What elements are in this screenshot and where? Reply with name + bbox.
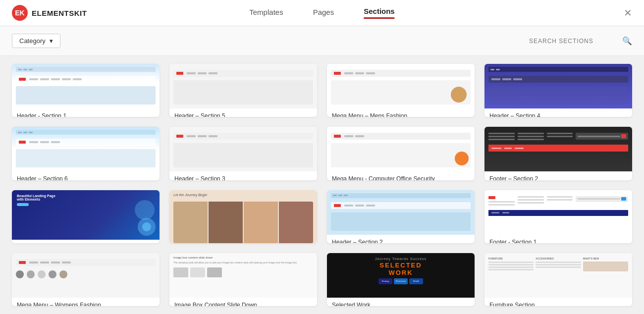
card-call-to-action-19[interactable]: Beautiful Landing Pagewith Elements Call… xyxy=(12,190,160,243)
card-label: Footer - Section 1 xyxy=(484,235,632,243)
card-label: Mega Menu – Womens Fashion xyxy=(12,298,160,306)
search-input[interactable] xyxy=(529,38,618,45)
card-header-section-6[interactable]: Header – Section 6 xyxy=(12,127,160,180)
category-label: Category xyxy=(19,37,46,45)
tab-sections[interactable]: Sections xyxy=(364,7,395,19)
category-dropdown[interactable]: Category ▾ xyxy=(12,34,60,48)
card-label: Image Box Content Slide Down xyxy=(169,298,317,306)
card-furniture-section[interactable]: FURNITURE ACCESSORIES WHAT'S NEW xyxy=(484,253,632,306)
card-header-section-4[interactable]: Header – Section 4 xyxy=(484,64,632,117)
card-label: Mega Menu - Computer Office Security xyxy=(327,171,475,180)
nav-tabs: Templates Pages Sections xyxy=(249,7,394,19)
card-label: Header – Section 3 xyxy=(169,171,317,180)
card-header-section-3[interactable]: Header – Section 3 xyxy=(169,127,317,180)
card-footer-section-2[interactable]: Footer – Section 2 xyxy=(484,127,632,180)
card-label: Footer – Section 2 xyxy=(484,171,632,180)
card-label: Header – Section 6 xyxy=(12,171,160,180)
card-label: Header – Section 5 xyxy=(169,108,317,117)
card-header-section-1[interactable]: Header - Section 1 xyxy=(12,64,160,117)
search-icon[interactable]: 🔍 xyxy=(622,36,632,46)
card-mega-menu-mens[interactable]: Mega Menu – Mens Fashion xyxy=(327,64,475,117)
logo-icon: EK xyxy=(12,5,28,21)
card-header-section-2[interactable]: Header – Section 2 xyxy=(327,190,475,243)
card-mega-menu-computer[interactable]: Mega Menu - Computer Office Security xyxy=(327,127,475,180)
tab-templates[interactable]: Templates xyxy=(249,8,283,18)
card-selected-work[interactable]: Journey Towards Success SELECTEDWORK Str… xyxy=(327,253,475,306)
close-button[interactable]: ✕ xyxy=(624,7,632,19)
card-footer-section-1[interactable]: Footer - Section 1 xyxy=(484,190,632,243)
card-label: Call To Action – Section 19 xyxy=(12,240,160,243)
card-image-box-content[interactable]: Image box content slide down The amazing… xyxy=(169,253,317,306)
card-header-section-5[interactable]: Header – Section 5 xyxy=(169,64,317,117)
card-label: Mega Menu – Mens Fashion xyxy=(327,108,475,117)
card-image-accordion-beauty[interactable]: Let the Journey Begin Attractive Smile I… xyxy=(169,190,317,243)
card-label: Header – Section 2 xyxy=(327,235,475,243)
card-label: Header - Section 1 xyxy=(12,108,160,117)
app-header: EK ELEMENTSKIT Templates Pages Sections … xyxy=(0,0,644,26)
sections-grid: Header - Section 1 Header – Section 5 Me… xyxy=(0,56,644,314)
card-label: Furniture Section xyxy=(484,298,632,306)
logo-area: EK ELEMENTSKIT xyxy=(12,5,87,21)
card-label: Selected Work xyxy=(327,298,475,306)
tab-pages[interactable]: Pages xyxy=(313,8,334,18)
logo-text: ELEMENTSKIT xyxy=(32,9,87,17)
dropdown-chevron-icon: ▾ xyxy=(50,37,53,45)
card-label: Header – Section 4 xyxy=(484,108,632,117)
toolbar: Category ▾ 🔍 xyxy=(0,26,644,56)
card-mega-menu-womens[interactable]: Mega Menu – Womens Fashion xyxy=(12,253,160,306)
search-area: 🔍 xyxy=(529,36,632,46)
